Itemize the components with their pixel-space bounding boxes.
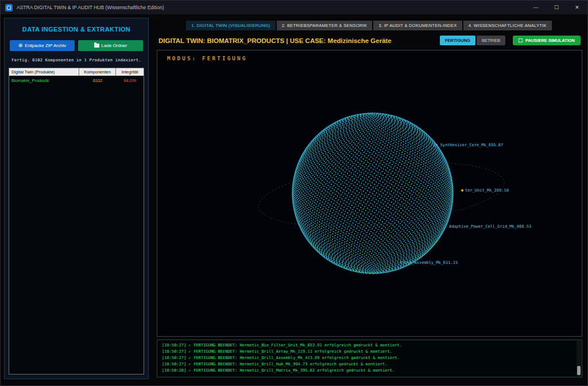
close-button[interactable]: ✕ [567, 1, 587, 14]
pause-simulation-button[interactable]: PAUSIERE SIMULATION [513, 36, 581, 45]
unzip-zip-archive-button[interactable]: ⊕ Entpacke ZIP Archiv [10, 40, 75, 51]
app-icon [5, 4, 13, 11]
mode-button-fertigung[interactable]: FERTIGUNG [440, 36, 475, 45]
log-timestamp: [18:50:27] [162, 343, 186, 348]
log-entry: [18:50:27]✔FERTIGUNG BEENDET: Hermetic_D… [162, 361, 572, 368]
products-table-header: Digital Twin (Produkte)KomponentenIntegr… [9, 68, 144, 76]
component-label: rlock_Assembly_Mk_611.15 [400, 260, 458, 265]
sidebar-header: DATA INGESTION & EXTRAKTION [5, 26, 148, 33]
log-entry: [18:50:27]✔FERTIGUNG BEENDET: Hermetic_B… [162, 342, 572, 349]
component-label: tor_Unit_Mk_289.18 [461, 188, 509, 193]
tab-3[interactable]: 3. IP AUDIT & DOKUMENTEN-INDEX [373, 21, 462, 30]
simulation-log-lines: [18:50:27]✔FERTIGUNG BEENDET: Hermetic_B… [162, 342, 572, 374]
component-label: Adaptive_Power_Cell_Grid_Mk_868.53 [449, 224, 531, 229]
component-label: in_Synthesizer_Core_Mk_655.87 [433, 143, 503, 147]
window-controls: — ☐ ✕ [525, 1, 587, 14]
page-title: DIGITAL TWIN: BIOMATRIX_PRODUCTS | USE C… [158, 37, 392, 44]
ingestion-buttons: ⊕ Entpacke ZIP Archiv Lade Ordner [5, 33, 148, 55]
simulation-log-panel[interactable]: [18:50:27]✔FERTIGUNG BEENDET: Hermetic_B… [157, 340, 582, 377]
check-icon: ✔ [188, 362, 191, 366]
log-scrollbar[interactable] [577, 341, 581, 376]
log-message: FERTIGUNG BEENDET: Hermetic_Drill_Array_… [194, 349, 392, 354]
folder-icon [94, 44, 99, 48]
component-marker-icon [461, 189, 463, 192]
table-header-col-1: Komponenten [79, 68, 116, 76]
table-header-col-0: Digital Twin (Produkte) [9, 68, 79, 76]
log-scrollbar-thumb[interactable] [577, 366, 581, 375]
load-folder-button[interactable]: Lade Ordner [78, 40, 143, 51]
check-icon: ✔ [188, 349, 191, 354]
unzip-zip-archive-label: Entpacke ZIP Archiv [25, 43, 66, 48]
log-entry: [18:50:27]✔FERTIGUNG BEENDET: Hermetic_D… [162, 349, 572, 355]
products-table: Digital Twin (Produkte)KomponentenIntegr… [9, 68, 144, 375]
log-entry: [18:50:27]✔FERTIGUNG BEENDET: Hermetic_D… [162, 355, 572, 361]
titlebar: ASTRA DIGITAL TWIN & IP AUDIT HUB (Wisse… [1, 1, 587, 14]
main-header: DIGITAL TWIN: BIOMATRIX_PRODUCTS | USE C… [153, 36, 585, 45]
sidebar: DATA INGESTION & EXTRAKTION ⊕ Entpacke Z… [4, 18, 149, 379]
maximize-button[interactable]: ☐ [546, 1, 567, 14]
check-icon: ✔ [188, 343, 191, 348]
table-header-col-2: Integrität [116, 68, 144, 76]
tab-bar: 1. DIGITAL TWIN (VISUALISIERUNG)2. BETRI… [153, 21, 585, 30]
tab-4[interactable]: 4. WISSENSCHAFTLICHE ANALYTIK [463, 21, 552, 30]
log-timestamp: [18:50:27] [162, 349, 186, 354]
log-timestamp: [18:50:27] [162, 356, 186, 360]
log-message: FERTIGUNG BEENDET: Hermetic_Drill_Matrix… [194, 368, 394, 373]
main-panel: 1. DIGITAL TWIN (VISUALISIERUNG)2. BETRI… [153, 18, 585, 383]
circled-plus-icon: ⊕ [18, 43, 23, 48]
digital-twin-viewport[interactable]: MODUS: FERTIGUNG in_Synthesizer_Core_Mk_… [157, 50, 582, 337]
log-entry: [18:50:28]✔FERTIGUNG BEENDET: Hermetic_D… [162, 368, 572, 374]
tab-2[interactable]: 2. BETRIEBSPARAMETER & SENSORIK [277, 21, 373, 30]
viz-mode-label: MODUS: FERTIGUNG [167, 55, 247, 61]
minimize-button[interactable]: — [525, 1, 546, 14]
log-timestamp: [18:50:27] [162, 362, 186, 366]
point-cloud-sphere-canvas[interactable] [157, 50, 582, 336]
app-window: ASTRA DIGITAL TWIN & IP AUDIT HUB (Wisse… [0, 0, 588, 386]
ingestion-status-text: Fertig. 6102 Komponenten in 1 Produkten … [5, 55, 148, 68]
table-row[interactable]: Biomatrix_Products610294.0% [9, 76, 144, 85]
log-message: FERTIGUNG BEENDET: Hermetic_Drill_Hub_Mk… [194, 362, 387, 366]
pause-simulation-label: PAUSIERE SIMULATION [525, 38, 575, 43]
components-cell: 6102 [79, 78, 116, 83]
log-message: FERTIGUNG BEENDET: Hermetic_Bio_Filter_U… [194, 343, 401, 348]
log-message: FERTIGUNG BEENDET: Hermetic_Drill_Assemb… [194, 356, 399, 360]
check-icon: ✔ [188, 368, 191, 373]
mode-button-betrieb[interactable]: BETRIEB [477, 36, 505, 45]
pause-icon [519, 38, 523, 42]
tab-1[interactable]: 1. DIGITAL TWIN (VISUALISIERUNG) [186, 21, 275, 30]
log-timestamp: [18:50:28] [162, 368, 186, 373]
check-icon: ✔ [188, 356, 191, 360]
products-table-body: Biomatrix_Products610294.0% [9, 76, 144, 374]
product-name-cell: Biomatrix_Products [9, 78, 79, 83]
window-title: ASTRA DIGITAL TWIN & IP AUDIT HUB (Wisse… [17, 5, 164, 10]
load-folder-label: Lade Ordner [102, 43, 127, 48]
integrity-cell: 94.0% [116, 78, 144, 83]
mode-toggle: FERTIGUNGBETRIEB [440, 36, 505, 45]
